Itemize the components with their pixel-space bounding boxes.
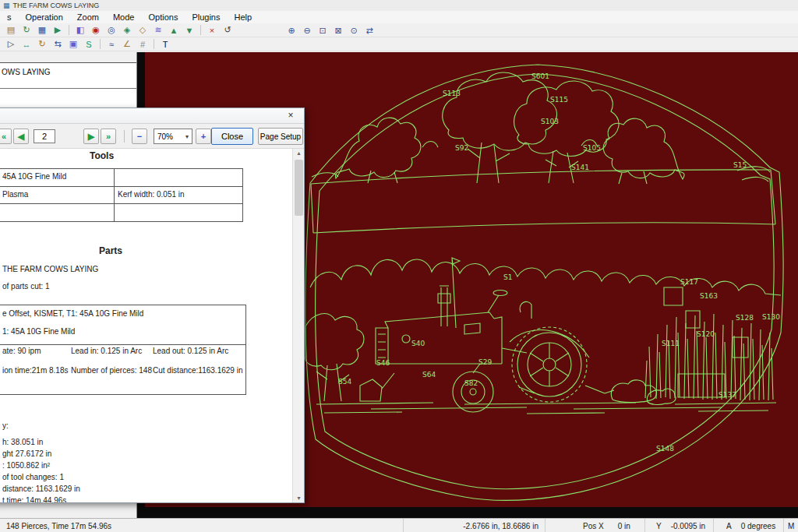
icon-lead-ins[interactable]: ◇	[135, 23, 150, 37]
icon-zoom-extents: ⊠	[334, 26, 341, 36]
icon-reload-drawing: ↻	[23, 25, 30, 35]
icon-zoom-window[interactable]: ⊡	[315, 24, 330, 37]
preview-scrollbar[interactable]: ▲ ▼	[292, 149, 304, 502]
icon-measure[interactable]: ∠	[119, 37, 135, 51]
zoom-in-button[interactable]: +	[196, 129, 211, 144]
first-page-icon: «	[2, 132, 6, 141]
menu-operation[interactable]: Operation	[19, 11, 70, 23]
doc-kerf-width: Kerf width: 0.051 in	[118, 190, 185, 199]
doc-operation-line1: e Offset, KISMET, T1: 45A 10G Fine Mild	[2, 309, 143, 318]
zoom-out-icon: −	[137, 132, 142, 141]
toolbar-separator	[124, 130, 125, 143]
preview-page: Tools 45A 10G Fine Mild Plasma Kerf widt…	[0, 149, 292, 502]
icon-save-job[interactable]: ▦	[34, 23, 50, 37]
icon-delete-operation: ×	[210, 26, 214, 35]
scrollbar-thumb[interactable]	[295, 160, 303, 216]
icon-post-process: ▶	[55, 25, 61, 35]
icon-duplicate-part[interactable]: ▣	[65, 37, 81, 51]
icon-path-rules: ≋	[154, 25, 161, 35]
icon-pan[interactable]: ⇄	[362, 24, 377, 37]
doc-run-time: ion time:21m 8.18s	[2, 366, 69, 375]
window-titlebar: ▦ THE FARM COWS LAYING	[0, 0, 798, 11]
icon-mirror-part[interactable]: ⇆	[50, 37, 65, 51]
zoom-level-select[interactable]: 70% ▾	[154, 129, 192, 144]
icon-move-part[interactable]: ↔	[19, 37, 34, 51]
icon-select-tool[interactable]: ▷	[3, 37, 19, 51]
icon-duplicate-part: ▣	[69, 39, 77, 49]
last-page-icon: »	[106, 132, 111, 141]
status-clipped-text: M	[788, 522, 794, 530]
icon-post-process[interactable]: ▶	[50, 23, 65, 37]
icon-drilling[interactable]: ◎	[104, 23, 119, 37]
page-setup-button[interactable]: Page Setup	[258, 128, 303, 145]
icon-delete-operation[interactable]: ×	[204, 23, 220, 37]
icon-zoom-part: ⊙	[350, 26, 357, 36]
page-number-input[interactable]	[34, 129, 55, 143]
icon-drilling: ◎	[108, 25, 115, 35]
previous-page-icon: ◀	[18, 132, 24, 142]
icon-move-operation-up[interactable]: ▲	[166, 23, 182, 37]
icon-start-points[interactable]: ◈	[119, 23, 135, 37]
doc-summary-cut-time: t time: 14m 44.96s	[2, 496, 66, 502]
doc-part-name: THE FARM COWS LAYING	[2, 265, 98, 273]
icon-add-text[interactable]: T	[157, 37, 173, 51]
close-button[interactable]: Close	[211, 128, 253, 145]
icon-edit-contour: ≈	[109, 40, 114, 49]
app-icon: ▦	[3, 2, 10, 9]
menu-plugins[interactable]: Plugins	[185, 11, 227, 23]
close-icon[interactable]: ×	[282, 110, 299, 122]
scroll-up-icon[interactable]: ▲	[293, 150, 304, 156]
status-bar: 148 Pierces, Time 17m 54.96s -2.6766 in,…	[0, 518, 798, 532]
doc-parts-cut: of parts cut: 1	[2, 282, 50, 291]
icon-grid[interactable]: #	[135, 37, 150, 51]
doc-summary-area: : 1050.862 in²	[2, 461, 50, 470]
icon-move-operation-up: ▲	[170, 26, 178, 35]
icon-new-operation[interactable]: ◧	[72, 23, 88, 37]
icon-add-text: T	[163, 40, 168, 49]
last-page-button[interactable]: »	[101, 129, 116, 144]
toolbar-separator	[69, 25, 69, 35]
doc-summary-width: h: 38.051 in	[2, 438, 43, 446]
icon-open-drawing[interactable]: ▤	[3, 23, 19, 37]
first-page-button[interactable]: «	[0, 129, 12, 144]
icon-mirror-part: ⇆	[54, 39, 61, 49]
menu-mode[interactable]: Mode	[106, 11, 142, 23]
icon-move-operation-down[interactable]: ▼	[182, 23, 197, 37]
scroll-down-icon[interactable]: ▼	[293, 495, 304, 501]
zoom-out-button[interactable]: −	[132, 129, 147, 144]
icon-zoom-out[interactable]: ⊖	[299, 24, 315, 37]
parts-list-item[interactable]: OWS LAYING	[2, 68, 51, 76]
icon-rotate-part: ↻	[38, 39, 45, 49]
icon-zoom-part[interactable]: ⊙	[346, 24, 362, 37]
status-pos-x-label: Pos X	[583, 522, 604, 530]
menu-s[interactable]: s	[0, 11, 19, 23]
icon-measure: ∠	[123, 39, 131, 49]
icon-move-operation-down: ▼	[185, 26, 194, 35]
icon-new-operation: ◧	[76, 25, 84, 35]
chevron-down-icon: ▾	[185, 133, 189, 140]
doc-tool-type: Plasma	[2, 190, 28, 199]
icon-jet-cutting[interactable]: ◉	[88, 23, 104, 37]
doc-operation-line2: 1: 45A 10G Fine Mild	[2, 327, 75, 336]
icon-zoom-extents[interactable]: ⊠	[330, 24, 346, 37]
icon-move-part: ↔	[23, 40, 31, 49]
doc-summary-heading: y:	[2, 421, 9, 430]
icon-rotate-part[interactable]: ↻	[34, 37, 50, 51]
status-y-label: Y	[656, 522, 662, 530]
doc-summary-height: ght 27.6172 in	[2, 449, 51, 458]
menu-help[interactable]: Help	[227, 11, 259, 23]
icon-reload-drawing[interactable]: ↻	[19, 23, 34, 37]
icon-simulation[interactable]: S	[81, 37, 97, 51]
icon-zoom-in[interactable]: ⊕	[284, 24, 299, 37]
dialog-titlebar[interactable]: ×	[0, 108, 304, 124]
icon-path-rules[interactable]: ≋	[150, 23, 166, 37]
menu-zoom[interactable]: Zoom	[70, 11, 106, 23]
menu-options[interactable]: Options	[141, 11, 185, 23]
icon-undo[interactable]: ↺	[220, 23, 235, 37]
previous-page-button[interactable]: ◀	[13, 129, 29, 144]
icon-start-points: ◈	[124, 25, 130, 35]
next-page-button[interactable]: ▶	[83, 129, 99, 144]
doc-feed-rate: ate: 90 ipm	[2, 347, 41, 355]
zoom-level-value: 70%	[157, 132, 173, 141]
icon-edit-contour[interactable]: ≈	[104, 37, 119, 51]
